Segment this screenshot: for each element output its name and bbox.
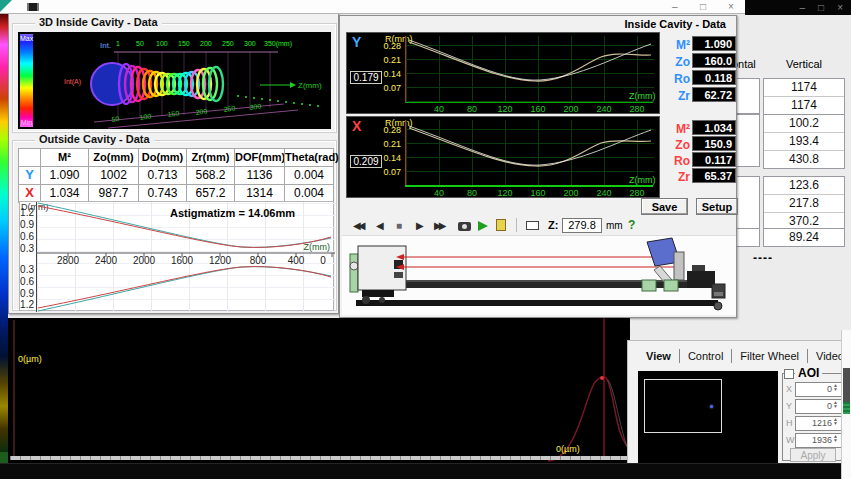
outside-cavity-table: M² Zo(mm) Do(mm) Zr(mm) DOF(mm) Theta(ra… [19, 149, 334, 203]
x-cursor-readout: 0.209 [350, 155, 382, 168]
z-position-label: Z: [548, 219, 558, 231]
z-position-input[interactable]: 279.8 [562, 218, 602, 233]
ztick: 120 [493, 188, 517, 198]
camera-panel: View Control Filter Wheel Video Calculat… [627, 340, 851, 463]
cell: 568.2 [186, 166, 235, 185]
y-z-axis-label: Z(mm) [629, 91, 656, 101]
bottom-strip [0, 463, 851, 479]
save-button[interactable]: Save [641, 198, 688, 215]
y-caustic-panel[interactable]: Y 0.179 R(mm) 0.28 0.21 0.14 0.07 Z(mm) … [346, 32, 660, 114]
scrollbar-thumb[interactable] [843, 368, 850, 414]
minimize-button[interactable]: – [672, 0, 678, 13]
y-series-label: Y [352, 34, 361, 50]
svg-text:50: 50 [136, 40, 144, 47]
table-cell: 193.4 [764, 132, 844, 150]
maximize-button[interactable]: □ [700, 0, 706, 13]
cell: 1002 [88, 166, 139, 185]
rewind-icon[interactable]: ◀◀ [353, 220, 362, 231]
m2-window-titlebar[interactable]: – □ × [0, 0, 745, 14]
svg-text:150: 150 [167, 109, 180, 118]
aoi-y-spinner[interactable]: ▲▼ [833, 400, 838, 408]
aoi-checkbox[interactable] [784, 369, 794, 379]
svg-text:Int(A): Int(A) [64, 78, 81, 86]
tab-filter-wheel[interactable]: Filter Wheel [732, 349, 808, 363]
x-m2-label: M² [666, 122, 690, 136]
stop-icon[interactable]: ■ [396, 220, 402, 231]
y-ro-value: 0.118 [692, 70, 736, 85]
colorbar-min-label: Min [20, 119, 33, 126]
x-zr-value: 65.37 [692, 168, 736, 183]
ytick: 0.3 [20, 243, 34, 254]
rtick: 0.07 [379, 167, 401, 177]
host-close-button[interactable]: × [837, 1, 843, 15]
app-screen: 0(µm) 0(µm) Horizontal Vertical 1174 117… [0, 0, 851, 479]
tab-view[interactable]: View [638, 349, 680, 363]
cavity3d-plot[interactable]: Max Min Int. Int(A) [18, 32, 331, 129]
aoi-apply-button[interactable]: Apply [790, 448, 836, 462]
help-icon[interactable]: ? [628, 218, 635, 232]
log-icon[interactable] [496, 219, 506, 231]
m2-data-window: 3D Inside Cavity - Data Max Min [8, 13, 339, 314]
step-back-icon[interactable]: ◀ [376, 220, 384, 231]
xtick: 1600 [168, 255, 196, 266]
table-cell: 123.6 [764, 177, 844, 194]
rtick: 0.14 [379, 69, 401, 79]
tab-control[interactable]: Control [680, 349, 732, 363]
setup-button[interactable]: Setup [696, 198, 738, 215]
beam-spot [710, 405, 713, 408]
snapshot-icon[interactable] [458, 222, 471, 231]
host-minimize-button[interactable]: – [800, 1, 806, 15]
x-series-label: X [352, 118, 361, 134]
astigmatism-chart[interactable]: D(mm) 1.2 0.9 0.6 0.3 0.3 0.6 0.9 1.2 [19, 201, 334, 311]
close-button[interactable]: × [728, 0, 734, 13]
vertical-cells-group4: 89.24 [763, 228, 845, 247]
run-icon[interactable] [478, 221, 488, 231]
y-zr-value: 62.72 [692, 87, 736, 102]
frame-icon[interactable] [526, 221, 539, 230]
vertical-scrollbar[interactable] [841, 330, 851, 479]
vertical-cells-group1: 1174 1174 [763, 78, 845, 115]
table-cell: 1174 [764, 96, 844, 114]
fast-forward-icon[interactable]: ▶▶ [434, 220, 443, 231]
aoi-h-spinner[interactable]: ▲▼ [833, 417, 838, 425]
y-zo-label: Zo [666, 55, 690, 69]
th-dof: DOF(mm) [234, 148, 285, 167]
playback-toolbar: ◀◀ ◀ ■ ▶ ▶▶ Z: 279.8 mm ? [340, 217, 736, 235]
cell: 0.004 [284, 166, 334, 185]
beam-profile-plot [8, 318, 630, 463]
aoi-x-spinner[interactable]: ▲▼ [833, 383, 838, 391]
host-maximize-button[interactable]: □ [818, 1, 824, 15]
play-icon[interactable]: ▶ [416, 220, 424, 231]
ztick: 200 [559, 188, 583, 198]
app-corner-icon [0, 0, 12, 12]
svg-text:100: 100 [139, 112, 152, 121]
table-cell: 100.2 [764, 115, 844, 132]
table-cell: 430.8 [764, 150, 844, 168]
ztick: 80 [460, 188, 484, 198]
ztick: 120 [493, 104, 517, 114]
aoi-x-label: X [786, 384, 792, 394]
xtick: 2800 [54, 255, 82, 266]
camera-video-view[interactable] [638, 371, 778, 463]
svg-text:250: 250 [222, 40, 234, 47]
x-zo-label: Zo [666, 138, 690, 152]
rail-diagram [342, 236, 736, 316]
xtick: 1200 [206, 255, 234, 266]
rtick: 0.21 [379, 55, 401, 65]
beam-profile-display[interactable]: 0(µm) 0(µm) [8, 318, 630, 463]
cell: 1.090 [40, 166, 89, 185]
table-footer-dashes: ---- [753, 251, 773, 265]
ztick: 240 [592, 104, 616, 114]
ytick: 0.9 [20, 288, 34, 299]
aoi-w-spinner[interactable]: ▲▼ [833, 434, 838, 442]
x-caustic-panel[interactable]: X 0.209 R(mm) 0.28 0.21 0.14 0.07 Z(mm) … [346, 116, 660, 198]
svg-text:200: 200 [195, 107, 208, 116]
beam-x-axis-label: 0(µm) [556, 444, 580, 454]
svg-text:Z(mm): Z(mm) [298, 81, 322, 90]
z-axis-label: Z(mm) [304, 242, 331, 252]
beam-y-axis-label: 0(µm) [18, 354, 42, 364]
ytick: 0.6 [20, 231, 34, 242]
aoi-group: AOI X 0 ▲▼ Y 0 ▲▼ H 1216 ▲▼ W 1936 ▲▼ Ap… [782, 373, 844, 461]
x-ro-value: 0.117 [692, 152, 736, 167]
cell: 1136 [234, 166, 285, 185]
